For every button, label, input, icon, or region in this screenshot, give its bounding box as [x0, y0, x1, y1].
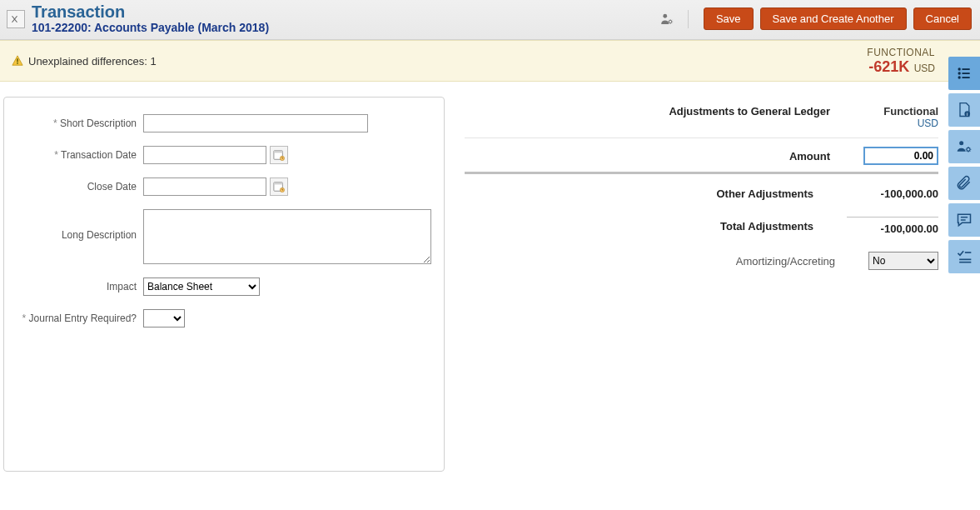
impact-select[interactable]: Balance Sheet	[143, 278, 260, 296]
notice-bar: Unexplained differences: 1 FUNCTIONAL -6…	[0, 40, 980, 82]
short-description-label: Short Description	[14, 114, 143, 129]
notice-message[interactable]: Unexplained differences: 1	[28, 55, 157, 68]
short-description-input[interactable]	[143, 114, 368, 132]
amount-input[interactable]	[863, 147, 938, 165]
close-date-input[interactable]	[143, 178, 266, 196]
functional-amount: -621K	[868, 58, 909, 75]
close-date-picker-button[interactable]	[270, 178, 288, 196]
warning-icon	[12, 55, 23, 67]
svg-point-1	[669, 20, 671, 22]
rail-attachment-icon[interactable]	[948, 167, 980, 200]
transaction-date-label: Transaction Date	[14, 146, 143, 161]
impact-label: Impact	[14, 278, 143, 292]
svg-point-0	[663, 13, 667, 18]
other-adjustments-label: Other Adjustments	[465, 188, 837, 200]
side-rail: i	[948, 57, 980, 273]
adjustments-heading: Adjustments to General Ledger	[465, 105, 830, 118]
rail-users-gear-icon[interactable]	[948, 130, 980, 163]
rail-comment-icon[interactable]	[948, 203, 980, 237]
amortizing-accreting-select[interactable]: No	[868, 252, 938, 270]
transaction-date-input[interactable]	[143, 146, 266, 164]
page-subtitle: 101-22200: Accounts Payable (March 2018)	[32, 21, 269, 35]
long-description-label: Long Description	[14, 209, 143, 241]
amortizing-accreting-label: Amortizing/Accreting	[465, 255, 858, 268]
save-create-another-button[interactable]: Save and Create Another	[760, 8, 907, 30]
rail-checklist-icon[interactable]	[948, 240, 980, 273]
journal-entry-required-select[interactable]	[143, 309, 185, 328]
svg-point-14	[958, 72, 961, 74]
svg-rect-13	[963, 68, 970, 70]
adjustments-panel: Adjustments to General Ledger Functional…	[445, 97, 980, 472]
page-title: Transaction	[32, 2, 269, 21]
svg-rect-10	[274, 182, 283, 185]
header-separator	[688, 10, 689, 28]
svg-rect-15	[963, 72, 970, 74]
svg-point-20	[959, 141, 963, 145]
amount-label: Amount	[465, 150, 853, 162]
svg-rect-7	[274, 151, 283, 153]
svg-point-16	[958, 76, 961, 78]
long-description-textarea[interactable]	[143, 209, 431, 264]
save-button[interactable]: Save	[704, 8, 754, 30]
page-header: Transaction 101-22200: Accounts Payable …	[0, 0, 980, 40]
total-adjustments-label: Total Adjustments	[465, 220, 837, 232]
transaction-form-panel: Short Description Transaction Date Close…	[3, 97, 445, 472]
svg-rect-4	[17, 58, 17, 62]
user-settings-icon[interactable]	[659, 12, 674, 27]
cancel-button[interactable]: Cancel	[913, 8, 972, 30]
collapse-toggle-button[interactable]	[7, 10, 25, 28]
rail-list-icon[interactable]	[948, 57, 980, 90]
svg-point-21	[967, 148, 970, 151]
functional-column-label: Functional	[863, 105, 938, 118]
functional-currency: USD	[914, 62, 935, 74]
rail-document-info-icon[interactable]: i	[948, 93, 980, 127]
svg-rect-17	[963, 77, 970, 78]
journal-entry-required-label: Journal Entry Required?	[14, 309, 143, 324]
total-adjustments-value: -100,000.00	[847, 217, 938, 235]
svg-point-12	[958, 68, 961, 70]
close-date-label: Close Date	[14, 178, 143, 192]
svg-rect-5	[17, 62, 17, 63]
functional-column-currency: USD	[863, 118, 938, 129]
functional-label: FUNCTIONAL	[867, 47, 935, 58]
other-adjustments-value: -100,000.00	[847, 188, 938, 200]
transaction-date-picker-button[interactable]	[270, 146, 288, 164]
